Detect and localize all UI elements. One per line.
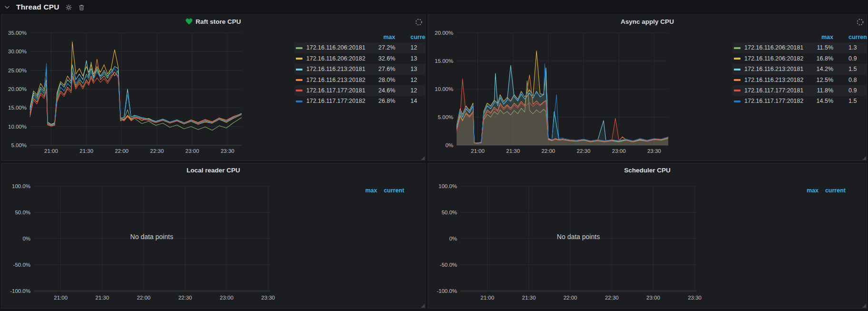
- legend-max-value: 12.5%: [793, 77, 833, 83]
- chevron-down-icon[interactable]: [4, 4, 10, 10]
- y-axis-tick-label: 15.00%: [8, 105, 27, 110]
- legend-row[interactable]: 172.16.116.206:2018111.5%1.3: [732, 42, 867, 53]
- legend-row[interactable]: 172.16.116.206:2018216.8%0.9: [732, 53, 867, 64]
- legend-max-value: 14.5%: [793, 98, 833, 104]
- legend-max-value: 24.6%: [355, 87, 395, 94]
- legend-row[interactable]: 172.16.116.213:2018212.5%0.8: [732, 75, 867, 85]
- series-color-swatch[interactable]: [734, 47, 741, 49]
- chart-canvas[interactable]: 21:0021:3022:0022:3023:0023:3020.00%15.0…: [428, 28, 718, 161]
- y-axis-tick-label: 35.00%: [8, 30, 27, 36]
- y-axis-tick-label: 100.0%: [12, 183, 30, 189]
- x-axis-tick-label: 23:00: [220, 295, 234, 301]
- legend-max-value: 16.8%: [793, 55, 833, 62]
- x-axis-tick-label: 22:30: [605, 295, 619, 301]
- x-axis-tick-label: 21:30: [96, 295, 109, 301]
- legend-row[interactable]: 172.16.116.206:2018232.6%13: [294, 53, 426, 64]
- series-line: [30, 72, 242, 126]
- legend-row[interactable]: 172.16.116.213:2018114.2%1.5: [732, 64, 867, 74]
- series-color-swatch[interactable]: [296, 58, 302, 60]
- panel-title: Raft store CPU: [195, 18, 241, 25]
- y-axis-tick-label: 0%: [22, 236, 30, 241]
- panel-scheduler-cpu: Scheduler CPU 21:0021:3022:0022:3023:002…: [428, 163, 867, 309]
- legend-header: max current: [732, 32, 867, 42]
- y-axis-tick-label: 20.00%: [8, 86, 27, 92]
- panel-local-reader-cpu: Local reader CPU 21:0021:3022:0022:3023:…: [1, 163, 426, 309]
- legend-header-current[interactable]: current: [848, 34, 867, 40]
- legend-max-value: 27.2%: [355, 44, 395, 51]
- panel-title-bar[interactable]: Scheduler CPU: [428, 163, 867, 177]
- y-axis-tick-label: 50.0%: [15, 210, 30, 215]
- row-title[interactable]: Thread CPU: [16, 3, 59, 11]
- resize-grip[interactable]: [421, 304, 425, 308]
- legend-header-max[interactable]: max: [793, 34, 833, 40]
- chart-canvas[interactable]: 21:0021:3022:0022:3023:0023:30100.0%50.0…: [1, 177, 292, 308]
- trash-icon[interactable]: [78, 4, 85, 11]
- legend-row[interactable]: 172.16.117.177:2018226.8%14: [294, 96, 426, 106]
- legend-max-value: 32.6%: [355, 55, 395, 62]
- resize-grip[interactable]: [421, 156, 425, 160]
- x-axis-tick-label: 22:30: [178, 295, 192, 301]
- legend-header-max[interactable]: max: [355, 34, 395, 40]
- x-axis-tick-label: 21:30: [506, 148, 520, 154]
- series-color-swatch[interactable]: [734, 58, 741, 60]
- legend-current-value: 1.5: [848, 98, 867, 104]
- y-axis-tick-label: -50.0%: [13, 262, 30, 268]
- x-axis-tick-label: 23:30: [647, 148, 661, 154]
- series-color-swatch[interactable]: [734, 79, 741, 81]
- panel-title-bar[interactable]: Async apply CPU: [428, 15, 867, 28]
- legend-row[interactable]: 172.16.117.177:2018214.5%1.5: [732, 96, 867, 106]
- series-color-swatch[interactable]: [296, 100, 302, 102]
- legend-header-max[interactable]: max: [807, 187, 819, 194]
- gear-icon[interactable]: [65, 4, 72, 11]
- y-axis-tick-label: 0%: [445, 142, 453, 148]
- legend-header-current[interactable]: current: [384, 187, 404, 194]
- y-axis-tick-label: 25.00%: [8, 68, 27, 73]
- legend-header-max[interactable]: max: [365, 187, 377, 194]
- series-color-swatch[interactable]: [734, 100, 741, 102]
- y-axis-tick-label: 50.0%: [441, 210, 457, 215]
- health-ok-heart-icon: [185, 18, 193, 25]
- legend-header-current[interactable]: current: [825, 187, 846, 194]
- legend-header-current[interactable]: current: [410, 34, 426, 40]
- legend-current-value: 0.9: [848, 87, 867, 94]
- legend-row[interactable]: 172.16.117.177:2018124.6%12: [294, 85, 426, 96]
- x-axis-tick-label: 22:00: [564, 295, 577, 301]
- x-axis-tick-label: 23:00: [646, 295, 660, 301]
- panel-title-bar[interactable]: Local reader CPU: [1, 163, 425, 177]
- series-color-swatch[interactable]: [734, 90, 741, 91]
- legend-row[interactable]: 172.16.116.213:2018228.0%12: [294, 75, 426, 85]
- legend-current-value: 12: [410, 77, 426, 83]
- x-axis-tick-label: 23:30: [221, 148, 234, 154]
- series-color-swatch[interactable]: [296, 90, 302, 91]
- x-axis-tick-label: 22:00: [115, 148, 128, 154]
- legend-current-value: 13: [410, 55, 426, 62]
- x-axis-tick-label: 21:00: [54, 295, 68, 301]
- resize-grip[interactable]: [862, 156, 866, 160]
- panel-title: Scheduler CPU: [624, 167, 671, 174]
- legend-max-value: 11.5%: [793, 44, 833, 51]
- series-color-swatch[interactable]: [296, 69, 302, 70]
- panel-title-bar[interactable]: Raft store CPU: [1, 15, 425, 28]
- legend-row[interactable]: 172.16.116.213:2018127.6%13: [294, 64, 426, 74]
- legend-row[interactable]: 172.16.116.206:2018127.2%12: [294, 42, 426, 53]
- chart-canvas[interactable]: 21:0021:3022:0022:3023:0023:30100.0%50.0…: [428, 177, 718, 308]
- legend-row[interactable]: 172.16.117.177:2018111.8%0.9: [732, 85, 867, 96]
- series-color-swatch[interactable]: [734, 69, 741, 70]
- chart-canvas[interactable]: 21:0021:3022:0022:3023:0023:3035.00%30.0…: [1, 28, 292, 161]
- x-axis-tick-label: 21:00: [471, 148, 485, 154]
- legend-header: max current: [365, 187, 404, 194]
- y-axis-tick-label: 10.00%: [8, 124, 27, 130]
- panel-async-apply-cpu: Async apply CPU 21:0021:3022:0022:3023:0…: [428, 14, 867, 161]
- y-axis-tick-label: 0%: [449, 236, 457, 241]
- resize-grip[interactable]: [862, 304, 866, 308]
- series-color-swatch[interactable]: [296, 47, 302, 49]
- legend-table: max current 172.16.116.206:2018127.2%121…: [294, 32, 426, 107]
- y-axis-tick-label: 30.00%: [8, 49, 27, 54]
- y-axis-tick-label: -100.0%: [10, 288, 30, 294]
- panel-title: Async apply CPU: [621, 18, 674, 25]
- x-axis-tick-label: 22:30: [150, 148, 164, 154]
- series-color-swatch[interactable]: [296, 79, 302, 81]
- legend-max-value: 27.6%: [355, 66, 395, 72]
- panel-title: Local reader CPU: [186, 167, 240, 174]
- y-axis-tick-label: -100.0%: [437, 288, 457, 294]
